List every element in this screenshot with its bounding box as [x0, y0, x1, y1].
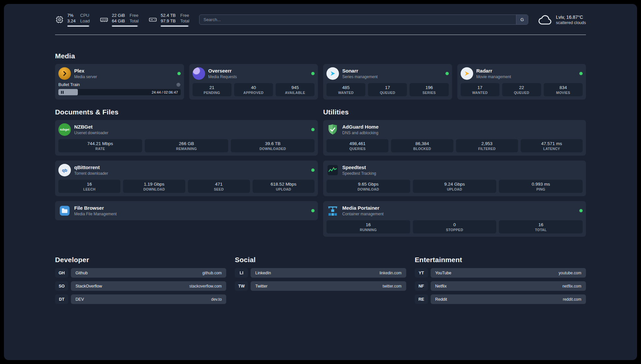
radarr-icon	[461, 67, 473, 80]
stat-value: 266 GB	[179, 141, 194, 146]
stat-label: QUEUED	[514, 91, 529, 95]
app-card-radarr: Radarr Movie management 17 WANTED 22 QUE…	[457, 64, 586, 100]
bookmark-link[interactable]: Netflix netflix.com	[431, 281, 586, 291]
bookmark-domain: reddit.com	[563, 297, 581, 302]
stat-label: REMAINING	[176, 147, 197, 151]
ram-label-top: Free	[130, 13, 138, 18]
stat-value: 40	[251, 85, 256, 90]
status-dot-online	[311, 72, 315, 75]
bookmark-netflix[interactable]: NF Netflix netflix.com	[415, 281, 586, 291]
stat-tile: 21 PENDING	[193, 83, 231, 96]
adguard-icon	[326, 123, 339, 136]
bookmark-link[interactable]: Twitter twitter.com	[251, 281, 406, 291]
app-link-overseerr[interactable]: Overseerr Media Requests	[193, 67, 315, 80]
stat-tile: 39.6 TB DOWNLOADED	[231, 139, 315, 152]
bookmark-abbr: RE	[415, 294, 428, 304]
status-dot-online	[311, 128, 315, 131]
bookmark-link[interactable]: Reddit reddit.com	[431, 294, 586, 304]
ram-free-value: 22 GiB	[112, 13, 125, 18]
bookmark-link[interactable]: DEV dev.to	[71, 294, 226, 304]
topbar-divider	[55, 35, 586, 35]
stat-tile: 498,461 QUERIES	[326, 139, 388, 152]
app-link-qbittorrent[interactable]: qb qBittorrent Torrent downloader	[58, 164, 315, 176]
cpu-load-value: 3.24	[67, 18, 76, 24]
stat-value: 47.571 ms	[541, 141, 562, 146]
disk-widget: 52.4 TB 97.9 TB Free Total	[148, 13, 189, 27]
ram-widget: 22 GiB 64 GiB Free Total	[100, 13, 138, 27]
disk-icon	[148, 15, 157, 24]
pause-button[interactable]	[61, 91, 64, 94]
bookmark-link[interactable]: LinkedIn linkedin.com	[251, 268, 406, 278]
app-name-radarr: Radarr	[476, 68, 511, 74]
stat-tile: 47.571 ms LATENCY	[521, 139, 583, 152]
status-dot-online	[311, 168, 315, 172]
playback-progress-bar[interactable]: 24:44 / 02:06:47	[58, 89, 181, 95]
portainer-icon	[326, 204, 339, 217]
app-link-portainer[interactable]: Media Portainer Container management	[326, 204, 583, 217]
app-subtitle-sonarr: Series management	[342, 75, 378, 79]
bookmark-dev[interactable]: DT DEV dev.to	[55, 294, 226, 304]
bookmark-github[interactable]: GH Github github.com	[55, 268, 226, 278]
app-link-plex[interactable]: Plex Media server	[58, 67, 181, 80]
stat-value: 0	[453, 222, 456, 227]
plex-icon	[58, 67, 71, 80]
stat-label: QUERIES	[349, 147, 365, 151]
stat-value: 2,953	[481, 141, 493, 146]
qbittorrent-icon: qb	[58, 164, 71, 176]
weather-widget: Lviv, 16.87°C scattered clouds	[538, 14, 586, 25]
bookmark-link[interactable]: StackOverflow stackoverflow.com	[71, 281, 226, 291]
cpu-icon	[55, 15, 64, 24]
disk-total-value: 97.9 TB	[161, 18, 175, 24]
app-link-filebrowser[interactable]: File Browser Media File Management	[58, 204, 315, 217]
app-card-speedtest: Speedtest Speedtest Tracking 9.65 Gbps D…	[323, 161, 586, 196]
app-subtitle-overseerr: Media Requests	[208, 75, 237, 79]
search-input[interactable]	[199, 15, 516, 24]
stat-tile: 16 RUNNING	[326, 220, 410, 233]
app-link-adguard[interactable]: AdGuard Home DNS and adblocking	[326, 123, 583, 136]
stat-value: 945	[291, 85, 299, 90]
cpu-usage-value: 7%	[67, 13, 76, 18]
stat-label: DOWNLOADED	[259, 147, 286, 151]
stat-tile: 40 APPROVED	[234, 83, 273, 96]
search-bar: G	[199, 15, 528, 25]
speedtest-icon	[326, 164, 339, 176]
stat-label: WANTED	[472, 91, 488, 95]
stat-value: 618.52 Mbps	[271, 182, 296, 187]
stat-value: 86,384	[415, 141, 429, 146]
stat-value: 16	[366, 222, 371, 227]
bookmark-linkedin[interactable]: LI LinkedIn linkedin.com	[235, 268, 406, 278]
stat-value: 485	[342, 85, 350, 90]
bookmark-twitter[interactable]: TW Twitter twitter.com	[235, 281, 406, 291]
app-link-nzbget[interactable]: nzbget NZBGet Usenet downloader	[58, 123, 315, 136]
bookmark-stackoverflow[interactable]: SO StackOverflow stackoverflow.com	[55, 281, 226, 291]
bookmark-reddit[interactable]: RE Reddit reddit.com	[415, 294, 586, 304]
bookmark-domain: dev.to	[211, 297, 222, 302]
app-link-speedtest[interactable]: Speedtest Speedtest Tracking	[326, 164, 583, 176]
app-name-sonarr: Sonarr	[342, 68, 378, 74]
ram-usage-bar	[112, 25, 138, 27]
bookmark-link[interactable]: Github github.com	[71, 268, 226, 278]
app-link-radarr[interactable]: Radarr Movie management	[461, 67, 583, 80]
bookmark-link[interactable]: YouTube youtube.com	[431, 268, 586, 278]
stat-tile: 945 AVAILABLE	[276, 83, 315, 96]
search-engine-button[interactable]: G	[516, 15, 528, 24]
disk-free-value: 52.4 TB	[161, 13, 175, 18]
bookmark-group-title: Social	[235, 256, 406, 264]
app-name-plex: Plex	[74, 68, 97, 74]
stat-tile: 16 TOTAL	[499, 220, 583, 233]
status-dot-online	[311, 209, 315, 212]
stat-label: LEECH	[83, 187, 96, 191]
app-card-filebrowser: File Browser Media File Management	[55, 201, 318, 220]
stat-label: WANTED	[338, 91, 353, 95]
app-card-portainer: Media Portainer Container management 16 …	[323, 201, 586, 237]
ram-label-bottom: Total	[130, 18, 138, 24]
stat-value: 9.24 Gbps	[444, 182, 465, 187]
stat-value: 196	[425, 85, 433, 90]
gear-icon[interactable]	[176, 82, 181, 87]
bookmark-name: DEV	[76, 297, 84, 302]
stat-label: RUNNING	[360, 228, 377, 232]
bookmark-youtube[interactable]: YT YouTube youtube.com	[415, 268, 586, 278]
status-dot-online	[177, 72, 181, 75]
app-link-sonarr[interactable]: Sonarr Series management	[326, 67, 449, 80]
status-dot-online	[579, 209, 583, 212]
